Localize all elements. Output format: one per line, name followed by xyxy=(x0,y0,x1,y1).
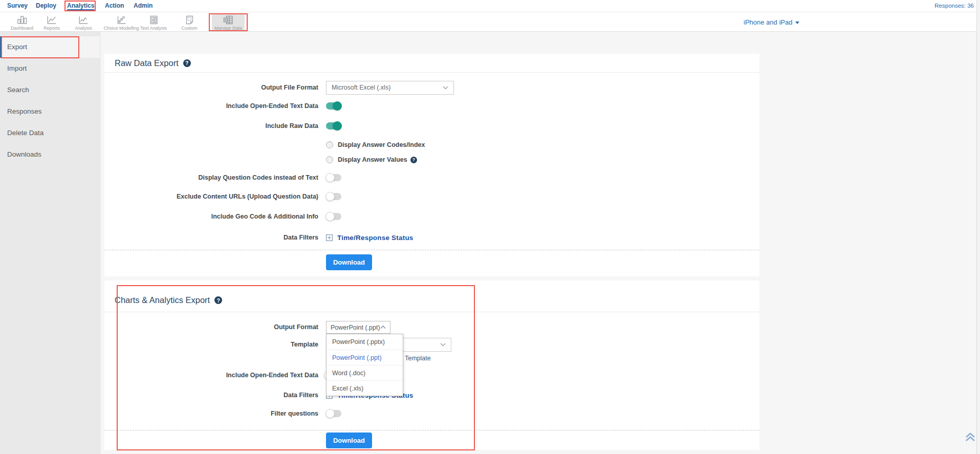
device-selector-label: iPhone and iPad xyxy=(744,18,792,26)
answer-values-radio-label: Display Answer Values xyxy=(338,156,407,163)
toolbar-item-label: Text Analysis xyxy=(140,26,167,31)
section-divider xyxy=(104,430,759,430)
output-format-row: Output Format xyxy=(104,320,759,334)
filter-questions-label: Filter questions xyxy=(104,410,318,417)
toolbar-item-manage-data[interactable]: Manage Data xyxy=(212,14,245,31)
bar-chart-icon xyxy=(16,15,28,25)
sidebar-item-import[interactable]: Import xyxy=(0,58,100,79)
toolbar-item-choice-modelling[interactable]: Choice Modelling xyxy=(101,13,141,31)
toolbar-item-label: Manage Data xyxy=(214,26,242,31)
sidebar-item-search[interactable]: Search xyxy=(0,79,100,101)
answer-codes-radio[interactable] xyxy=(326,141,333,148)
help-icon[interactable] xyxy=(183,59,191,67)
include-open-ended-row: Include Open-Ended Text Data xyxy=(104,99,759,113)
help-icon[interactable] xyxy=(214,296,222,304)
page-icon xyxy=(184,15,195,25)
question-codes-toggle[interactable] xyxy=(326,174,341,181)
scroll-to-top-button[interactable] xyxy=(964,431,976,445)
dropdown-option-ppt[interactable]: PowerPoint (.ppt) xyxy=(326,350,403,365)
output-format-value: PowerPoint (.ppt) xyxy=(331,324,380,331)
data-filters-label: Data Filters xyxy=(104,234,318,241)
scrollbar[interactable] xyxy=(976,0,980,454)
sidebar-item-export[interactable]: Export xyxy=(0,36,100,58)
answer-values-radio[interactable] xyxy=(326,156,333,163)
chevron-down-icon xyxy=(443,86,448,90)
time-response-status-link[interactable]: Time/Response Status xyxy=(326,234,413,242)
template-link[interactable]: Template xyxy=(405,355,431,362)
main-content: Raw Data Export Output File Format Micro… xyxy=(100,32,980,454)
include-open-ended-label: Include Open-Ended Text Data xyxy=(104,102,318,110)
download-button[interactable]: Download xyxy=(326,433,372,448)
geo-code-label: Include Geo Code & Additional Info xyxy=(104,213,318,220)
toolbar-item-dashboard[interactable]: Dashboard xyxy=(8,13,36,31)
nav-item-deploy[interactable]: Deploy xyxy=(36,0,56,12)
sidebar-item-responses[interactable]: Responses xyxy=(0,101,100,122)
toggle-knob xyxy=(333,121,342,131)
nav-item-admin[interactable]: Admin xyxy=(134,0,153,12)
output-format-label: Output Format xyxy=(104,323,318,331)
sidebar: Export Import Search Responses Delete Da… xyxy=(0,32,100,454)
toolbar-item-label: Analysis xyxy=(75,26,92,31)
data-filters-label: Data Filters xyxy=(104,392,318,399)
section-title: Raw Data Export xyxy=(115,58,179,68)
app-window: Survey Deploy Analytics Action Admin Res… xyxy=(0,0,980,454)
template-label: Template xyxy=(104,341,318,348)
toolbar-item-label: Choice Modelling xyxy=(103,26,139,31)
time-response-status-label: Time/Response Status xyxy=(337,234,413,242)
filter-questions-toggle[interactable] xyxy=(326,410,341,417)
include-raw-data-toggle[interactable] xyxy=(326,122,341,129)
raw-data-export-header: Raw Data Export xyxy=(104,54,759,73)
toolbar-item-custom[interactable]: Custom xyxy=(179,13,200,31)
dropdown-option-pptx[interactable]: PowerPoint (.pptx) xyxy=(326,334,403,350)
plus-square-icon xyxy=(326,234,333,241)
geo-code-toggle[interactable] xyxy=(326,213,341,220)
output-file-format-row: Output File Format Microsoft Excel (.xls… xyxy=(104,80,759,95)
chevron-up-icon xyxy=(380,326,386,329)
sidebar-item-delete-data[interactable]: Delete Data xyxy=(0,122,100,144)
exclude-content-urls-label: Exclude Content URLs (Upload Question Da… xyxy=(104,193,318,200)
output-file-format-select[interactable]: Microsoft Excel (.xls) xyxy=(326,81,454,95)
output-format-select[interactable]: PowerPoint (.ppt) xyxy=(326,321,390,334)
dropdown-option-xls[interactable]: Excel (.xls) xyxy=(326,380,403,396)
excel-icon xyxy=(223,15,234,25)
toggle-knob xyxy=(333,101,342,111)
analytics-toolbar: Dashboard Reports Analysis Choice Modell… xyxy=(0,12,980,32)
line-chart-icon xyxy=(46,15,57,25)
dropdown-option-doc[interactable]: Word (.doc) xyxy=(326,365,403,380)
geo-code-row: Include Geo Code & Additional Info xyxy=(104,209,759,224)
document-grid-icon xyxy=(148,15,159,25)
sidebar-item-downloads[interactable]: Downloads xyxy=(0,144,100,165)
include-open-ended-label: Include Open-Ended Text Data xyxy=(104,372,318,379)
toolbar-item-label: Dashboard xyxy=(11,26,33,31)
question-codes-row: Display Question Codes instead of Text xyxy=(104,170,759,185)
toolbar-item-analysis[interactable]: Analysis xyxy=(72,13,95,31)
section-title: Charts & Analytics Export xyxy=(115,295,210,305)
help-icon[interactable] xyxy=(410,157,417,163)
data-filters-row: Data Filters Time/Response Status xyxy=(104,230,759,245)
download-button[interactable]: Download xyxy=(326,254,372,270)
include-raw-data-label: Include Raw Data xyxy=(104,122,318,129)
toolbar-item-label: Custom xyxy=(181,26,197,31)
toolbar-item-text-analysis[interactable]: Text Analysis xyxy=(138,13,169,31)
output-file-format-label: Output File Format xyxy=(104,84,318,91)
exclude-content-urls-toggle[interactable] xyxy=(326,193,341,200)
question-codes-label: Display Question Codes instead of Text xyxy=(104,174,318,181)
exclude-content-urls-row: Exclude Content URLs (Upload Question Da… xyxy=(104,189,759,204)
toolbar-item-reports[interactable]: Reports xyxy=(41,13,62,31)
toggle-knob xyxy=(325,409,335,418)
output-format-dropdown: PowerPoint (.pptx) PowerPoint (.ppt) Wor… xyxy=(326,334,403,396)
toolbar-item-label: Reports xyxy=(43,26,60,31)
output-file-format-value: Microsoft Excel (.xls) xyxy=(332,84,390,91)
device-selector[interactable]: iPhone and iPad xyxy=(744,12,799,32)
toggle-knob xyxy=(325,212,335,221)
include-raw-data-row: Include Raw Data xyxy=(104,119,759,133)
scatter-chart-icon xyxy=(116,15,127,25)
include-open-ended-toggle[interactable] xyxy=(326,102,341,110)
answer-codes-radio-label: Display Answer Codes/Index xyxy=(338,141,425,148)
nav-item-action[interactable]: Action xyxy=(105,0,124,12)
top-nav: Survey Deploy Analytics Action Admin Res… xyxy=(0,0,980,12)
include-open-ended-row: Include Open-Ended Text Data xyxy=(104,368,759,382)
charts-analytics-export-header: Charts & Analytics Export xyxy=(104,280,759,312)
nav-item-analytics[interactable]: Analytics xyxy=(67,0,94,12)
nav-item-survey[interactable]: Survey xyxy=(7,0,28,12)
